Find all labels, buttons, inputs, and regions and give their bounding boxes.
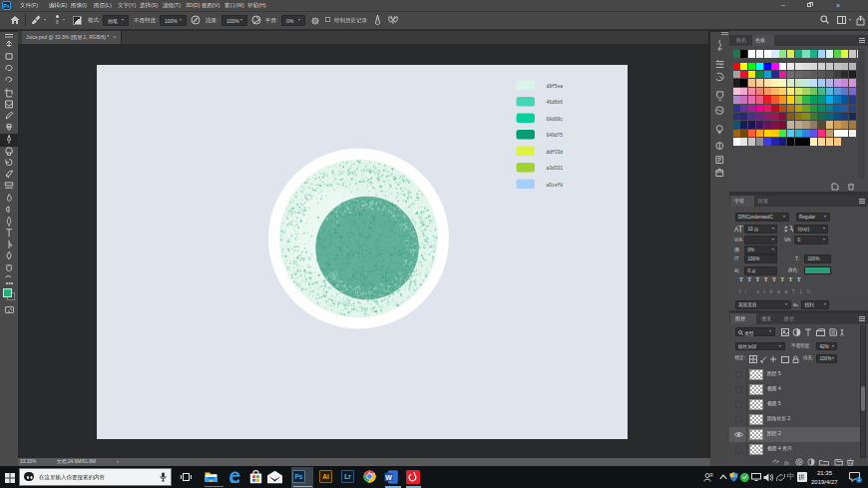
svg-text:ddf33d: ddf33d: [547, 150, 564, 155]
svg-text:a3d331: a3d331: [547, 166, 564, 171]
svg-text:08d09c: 08d09c: [547, 117, 564, 122]
svg-text:d9f5ea: d9f5ea: [547, 84, 564, 89]
svg-text:a5cef8: a5cef8: [547, 183, 564, 188]
svg-text:46d6b6: 46d6b6: [547, 100, 564, 105]
svg-text:fx: fx: [784, 460, 790, 466]
svg-text:R: R: [710, 473, 714, 478]
svg-text:W: W: [385, 473, 392, 480]
svg-text:049d75: 049d75: [547, 133, 564, 138]
